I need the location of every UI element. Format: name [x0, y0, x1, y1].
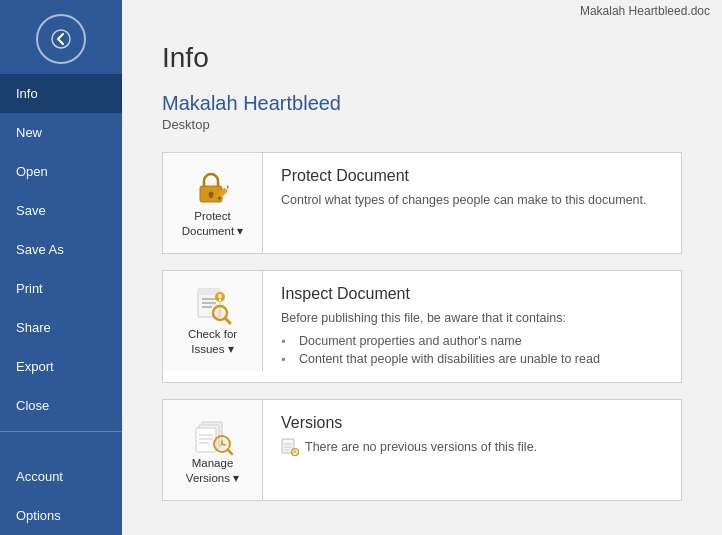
top-bar: Makalah Heartbleed.doc: [122, 0, 722, 22]
sidebar-item-options[interactable]: Options: [0, 496, 122, 535]
svg-line-27: [222, 444, 225, 445]
sidebar-item-account[interactable]: Account: [0, 457, 122, 496]
sidebar-item-info[interactable]: Info: [0, 74, 122, 113]
svg-marker-5: [227, 185, 229, 189]
svg-rect-16: [218, 294, 221, 298]
main-content: Makalah Heartbleed.doc Info Makalah Hear…: [122, 0, 722, 535]
nav-items: Info New Open Save Save As Print Share E…: [0, 74, 122, 535]
inspect-content: Inspect Document Before publishing this …: [263, 271, 681, 382]
svg-rect-3: [209, 194, 212, 198]
protect-icon-label[interactable]: ProtectDocument ▾: [182, 209, 244, 239]
svg-line-28: [228, 450, 232, 454]
inspect-title: Inspect Document: [281, 285, 663, 303]
svg-line-35: [295, 452, 297, 453]
inspect-card: Check forIssues ▾ Inspect Document Befor…: [162, 270, 682, 383]
svg-rect-20: [196, 428, 216, 452]
svg-point-17: [218, 299, 220, 301]
doc-title: Makalah Heartbleed: [162, 92, 682, 115]
versions-desc: There are no previous versions of this f…: [281, 438, 663, 457]
sidebar-item-open[interactable]: Open: [0, 152, 122, 191]
protect-desc: Control what types of changes people can…: [281, 191, 663, 210]
versions-icon-area[interactable]: ManageVersions ▾: [163, 400, 263, 500]
sidebar-item-new[interactable]: New: [0, 113, 122, 152]
protect-title: Protect Document: [281, 167, 663, 185]
protect-card: ProtectDocument ▾ Protect Document Contr…: [162, 152, 682, 254]
nav-divider: [0, 431, 122, 432]
svg-point-13: [216, 309, 224, 317]
sidebar-item-export[interactable]: Export: [0, 347, 122, 386]
sidebar: Info New Open Save Save As Print Share E…: [0, 0, 122, 535]
inspect-desc: Before publishing this file, be aware th…: [281, 309, 663, 328]
versions-icon-label[interactable]: ManageVersions ▾: [186, 456, 239, 486]
versions-card: ManageVersions ▾ Versions There are no p…: [162, 399, 682, 501]
inspect-list: Document properties and author's name Co…: [281, 332, 663, 368]
content-area: Info Makalah Heartbleed Desktop: [122, 22, 722, 535]
sidebar-item-save-as[interactable]: Save As: [0, 230, 122, 269]
svg-line-14: [225, 318, 230, 323]
manage-versions-icon: [192, 414, 234, 456]
versions-small-icon: [281, 438, 299, 456]
svg-point-0: [52, 30, 70, 48]
versions-desc-text: There are no previous versions of this f…: [305, 440, 537, 454]
protect-content: Protect Document Control what types of c…: [263, 153, 681, 224]
sidebar-item-print[interactable]: Print: [0, 269, 122, 308]
versions-title: Versions: [281, 414, 663, 432]
nav-bottom: Account Options: [0, 457, 122, 535]
page-title: Info: [162, 42, 682, 74]
versions-content: Versions There are no previous versions …: [263, 400, 681, 471]
inspect-list-item-1: Document properties and author's name: [281, 332, 663, 350]
inspect-icon-label[interactable]: Check forIssues ▾: [188, 327, 237, 357]
inspect-list-item-2: Content that people with disabilities ar…: [281, 350, 663, 368]
doc-location: Desktop: [162, 117, 682, 132]
back-arrow-icon: [51, 29, 71, 49]
protect-document-icon: [192, 167, 234, 209]
sidebar-item-save[interactable]: Save: [0, 191, 122, 230]
protect-icon-area[interactable]: ProtectDocument ▾: [163, 153, 263, 253]
inspect-icon-area[interactable]: Check forIssues ▾: [163, 271, 263, 371]
filename-label: Makalah Heartbleed.doc: [580, 4, 710, 18]
sidebar-item-share[interactable]: Share: [0, 308, 122, 347]
inspect-document-icon: [192, 285, 234, 327]
sidebar-item-close[interactable]: Close: [0, 386, 122, 425]
back-button[interactable]: [36, 14, 86, 64]
